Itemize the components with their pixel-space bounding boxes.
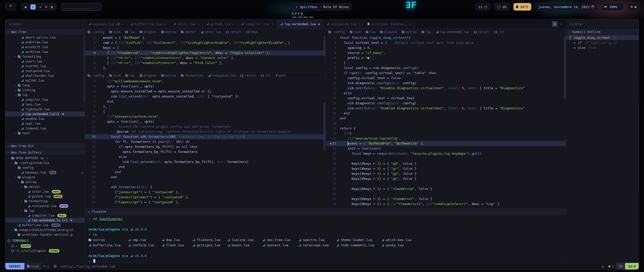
- code-line[interactable]: 13 config.virtual_text = virtual_text: [326, 96, 566, 101]
- tab-compiler-lua[interactable]: compiler.lua×: [238, 19, 277, 28]
- file-tree-item[interactable]: undotree.lua: [5, 40, 85, 45]
- code-line[interactable]: 5 prefix = "●",: [326, 55, 566, 60]
- file-entry[interactable]: spectre.lua: [299, 237, 336, 243]
- code-line[interactable]: 33 keys[#keys + 1] = { "<leader>cl", fal…: [326, 196, 566, 201]
- buffer-tree-item[interactable]: ▾editor: [5, 184, 85, 189]
- file-entry[interactable]: conform.lua: [128, 243, 162, 248]
- file-tree-item[interactable]: timeout.lua: [5, 126, 85, 131]
- close-icon[interactable]: ×: [409, 22, 411, 26]
- file-tree-item[interactable]: ▾formatting: [5, 54, 85, 59]
- code-line[interactable]: 23 init = function(): [326, 146, 566, 151]
- terminal-output[interactable]: ›cdlua/plugins/ nvim/lua/plugins via v5.…: [85, 215, 566, 263]
- temperature-widget[interactable]: 24°C: [513, 3, 531, 11]
- floaterm-header[interactable]: ▾ Floaterm: [85, 209, 566, 215]
- code-line[interactable]: 11 opts = function(_, opts): [85, 119, 326, 124]
- file-tree-item[interactable]: ▸linting: [5, 88, 85, 92]
- breadcrumb-item[interactable]: color.lua: [201, 30, 221, 34]
- file-entry[interactable]: neo-tree.lua: [262, 237, 299, 243]
- buffer-tree-item[interactable]: ▾formatting: [5, 199, 85, 203]
- code-line[interactable]: 2 local virtual_text = { -- Default virt…: [326, 40, 566, 45]
- breadcrumb-item[interactable]: nvim: [350, 30, 361, 34]
- close-icon[interactable]: ×: [359, 22, 361, 26]
- code-line[interactable]: 14 vim.diagnostic.config(opts: config): [326, 101, 566, 106]
- buffer-tree-item[interactable]: scrollbar-handle-vertical.p: [5, 232, 85, 237]
- code-line[interactable]: 12 --- Extend the conform plugin config …: [85, 124, 326, 129]
- file-entry[interactable]: theme-loader.lua: [336, 237, 382, 243]
- updates-widget[interactable]: 11: [475, 3, 490, 11]
- code-line[interactable]: 9 },: [85, 65, 326, 71]
- code-line[interactable]: 13 ---@param tbl table<string, conform.F…: [85, 129, 326, 134]
- breadcrumb-item[interactable]: {}return: [226, 30, 241, 34]
- file-tree-item[interactable]: ▾lsp: [5, 92, 85, 97]
- code-line[interactable]: 19 vim.list_extend(dst: opts.formatters_…: [85, 159, 326, 164]
- code-line[interactable]: 26 ["javascriptreact"] = { "rustywind" }…: [85, 195, 326, 200]
- file-entry[interactable]: todo-comments.lua: [336, 243, 382, 248]
- file-tree-item[interactable]: lightbulb.lua: [5, 107, 85, 112]
- code-line[interactable]: 32: [326, 191, 566, 196]
- buffer-tree-item[interactable]: ▸Juegos/Indies/SteamLibrary/st: [5, 227, 85, 232]
- breadcrumb-item[interactable]: .config: [88, 30, 104, 34]
- file-entry[interactable]: yanky.lua: [382, 243, 419, 248]
- code-line[interactable]: 5 keys = {: [85, 45, 326, 50]
- breadcrumb-item[interactable]: rustywind.lua: [208, 74, 235, 77]
- code-line[interactable]: 25 ["javascript"] = { "rustywind" },: [85, 190, 326, 195]
- file-entry[interactable]: telescope.lua: [299, 243, 336, 248]
- breadcrumb-item[interactable]: []return: [240, 74, 256, 77]
- code-line[interactable]: 29 keys[#keys + 1] = { "gI", false }: [326, 176, 566, 181]
- file-entry[interactable]: extras: [89, 237, 128, 243]
- file-tree-item[interactable]: lens.lua: [5, 102, 85, 107]
- breadcrumb-item[interactable]: {}[1]: [494, 30, 504, 34]
- file-entry[interactable]: gitsigns.lua: [192, 243, 227, 248]
- close-icon[interactable]: ×: [197, 22, 199, 26]
- code-line[interactable]: 7 { [1]"<S-C>", [2]"<cmd>CccConvert<cr>"…: [85, 55, 326, 60]
- code-line[interactable]: 19return {: [326, 126, 566, 131]
- buffer-tree-item[interactable]: lsp-extended.lu [+]●: [5, 218, 85, 223]
- outline-item[interactable]: ◇elseelse: [566, 45, 639, 50]
- editor-pane-rustywind-lua[interactable]: .config›nvim›lua›plugins›extras›formatti…: [85, 72, 326, 209]
- tab-color-lua[interactable]: color.lua×: [170, 19, 203, 28]
- buffer-tree-item[interactable]: ▾config: [5, 165, 85, 170]
- code-line[interactable]: 34 keys[#keys + 1] = { [1]"<leader>cil",…: [326, 201, 566, 207]
- code-line[interactable]: 11 vim.notify(msg: "Disable diagnostics …: [326, 86, 566, 91]
- code-line[interactable]: 20 end: [85, 164, 326, 169]
- close-icon[interactable]: ×: [122, 22, 124, 26]
- pane-scrollbar[interactable]: [324, 36, 325, 56]
- editor-pane-color-lua[interactable]: .config›nvim›lua›plugins›extras›editor›c…: [85, 29, 326, 72]
- screens-widget[interactable]: 9▣: [628, 3, 639, 11]
- code-line[interactable]: ●22 event = { "BufReadPre", "BufNewFile"…: [326, 141, 566, 146]
- terminal-list-item[interactable]: ~/.c/n/l/plugins#3980: [5, 248, 85, 253]
- code-line[interactable]: 26 keys[#keys + 1] = { "gd", false }: [326, 161, 566, 166]
- workspace-icon-3[interactable]: ∞: [39, 5, 42, 9]
- file-tree-item[interactable]: lsp-extended.lu[+]●: [5, 112, 85, 116]
- code-line[interactable]: 17end: [326, 116, 566, 121]
- buffer-tree-item[interactable]: ▾lsp: [5, 208, 85, 213]
- file-entry[interactable]: bufferline.lua: [89, 243, 128, 248]
- code-line[interactable]: 27 ["typescript"] = { "rustywind" },: [85, 200, 326, 205]
- breadcrumb-item[interactable]: {}keys: [246, 30, 258, 34]
- breadcrumb-item[interactable]: formatting: [181, 74, 203, 77]
- breadcrumb-item[interactable]: plugins: [380, 30, 397, 34]
- file-tree-item[interactable]: worktree.lua: [5, 49, 85, 54]
- breadcrumb-item[interactable]: lua: [125, 30, 135, 34]
- file-tree-item[interactable]: rustywind.lua: [5, 69, 85, 73]
- code-line[interactable]: 18 else: [85, 154, 326, 159]
- buffer-tree-item[interactable]: keymaps.lua#10⚠: [5, 170, 85, 175]
- code-line[interactable]: 16 end: [326, 111, 566, 116]
- code-line[interactable]: 22 end: [85, 175, 326, 180]
- close-icon[interactable]: ×: [165, 22, 167, 26]
- file-tree-item[interactable]: neodim.lua: [5, 116, 85, 121]
- file-entry[interactable]: cmp.lua: [128, 237, 162, 243]
- buffer-tree-item[interactable]: ▾OPEN BUFFERS in ~: [5, 156, 85, 160]
- file-entry[interactable]: neotest.lua: [262, 243, 299, 248]
- file-tree-item[interactable]: sqlfmt.lua: [5, 78, 85, 83]
- code-line[interactable]: 31 keys[#keys + 1] = { "<leader>ca", fal…: [326, 186, 566, 191]
- code-line[interactable]: 6 vim.list_extend(dst: opts.ensure_insta…: [85, 94, 326, 99]
- file-entry[interactable]: flash.lua: [162, 243, 192, 248]
- buffer-tree-item[interactable]: github.lua#654: [5, 194, 85, 199]
- file-tree-item[interactable]: ▸test: [5, 131, 85, 135]
- code-line[interactable]: 21 end: [85, 169, 326, 175]
- code-line[interactable]: 8 { [1]"<C-c>", [2]"<cmd>CccPick<cr>", d…: [85, 60, 326, 65]
- buffer-tree-item[interactable]: ▾.config/nvim/lua: [5, 160, 85, 165]
- breadcrumb-item[interactable]: ƒopts: [275, 74, 286, 77]
- code-line[interactable]: 30: [326, 181, 566, 186]
